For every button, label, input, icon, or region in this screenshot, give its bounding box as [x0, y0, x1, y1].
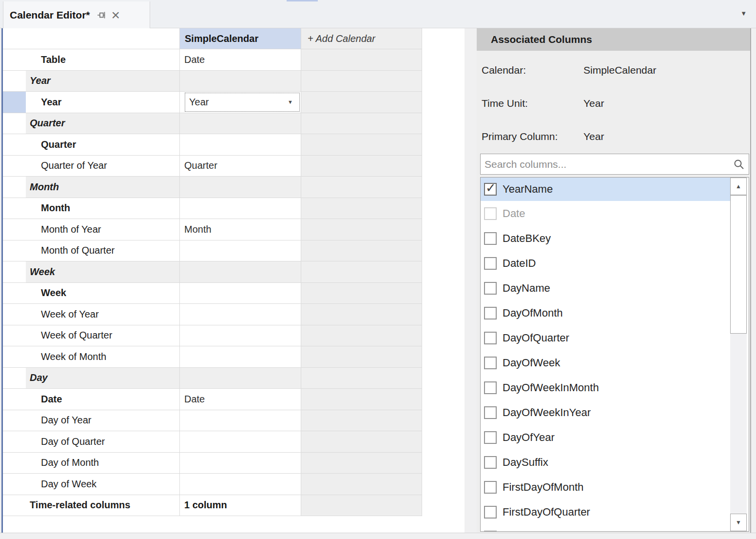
calendar-column-header[interactable]: SimpleCalendar [179, 28, 301, 49]
column-item-clipped[interactable]: FirstDayOfWeek [481, 524, 730, 532]
add-calendar-cell[interactable] [301, 346, 422, 368]
row-value-cell[interactable] [179, 474, 301, 495]
row-value-cell[interactable]: Date [179, 389, 301, 410]
row-value-cell[interactable] [179, 410, 301, 432]
column-item[interactable]: FirstDayOfQuarter [481, 499, 730, 524]
add-calendar-button[interactable]: + Add Calendar [301, 28, 422, 49]
row-header-cell [3, 113, 26, 135]
checkbox[interactable] [484, 531, 497, 532]
grid-row-week-of-quarter[interactable]: Week of Quarter [3, 325, 423, 347]
grid-row-week-of-month[interactable]: Week of Month [3, 346, 423, 368]
row-header-cell [3, 49, 26, 71]
row-value-cell[interactable] [179, 453, 301, 474]
add-calendar-cell[interactable] [301, 304, 422, 325]
grid-row-day-of-year[interactable]: Day of Year [3, 410, 423, 432]
grid-row-time-related-columns[interactable]: Time-related columns 1 column [3, 495, 423, 517]
add-calendar-cell[interactable] [301, 283, 422, 304]
row-value-cell[interactable] [179, 325, 301, 347]
grid-row-week[interactable]: Week [3, 283, 423, 304]
row-value-cell[interactable]: Quarter [179, 156, 301, 177]
column-item[interactable]: DayOfMonth [481, 300, 730, 325]
column-item[interactable]: DayOfWeekInYear [481, 400, 730, 425]
year-dropdown-value: Year [189, 97, 209, 108]
row-value-cell[interactable] [179, 283, 301, 304]
grid-group-year[interactable]: Year [3, 71, 423, 92]
checkbox[interactable] [484, 307, 497, 319]
dropdown-arrow-icon[interactable]: ▼ [288, 99, 293, 105]
add-calendar-cell[interactable] [301, 389, 422, 410]
grid-row-day-of-month[interactable]: Day of Month [3, 453, 423, 474]
columns-scrollbar[interactable]: ▲ ▼ [730, 178, 747, 531]
grid-group-quarter[interactable]: Quarter [3, 113, 423, 135]
row-value-cell[interactable] [179, 198, 301, 220]
add-calendar-cell[interactable] [301, 92, 422, 113]
add-calendar-cell[interactable] [301, 219, 422, 240]
add-calendar-cell[interactable] [301, 431, 422, 453]
checkbox[interactable] [484, 232, 497, 245]
add-calendar-cell[interactable] [301, 410, 422, 432]
grid-row-month[interactable]: Month [3, 198, 423, 220]
column-item[interactable]: DayOfYear [481, 425, 730, 450]
checkbox[interactable] [484, 257, 497, 270]
row-value-cell[interactable]: Date [179, 49, 301, 71]
add-calendar-cell[interactable] [301, 198, 422, 220]
row-value-cell[interactable] [179, 346, 301, 368]
grid-group-day[interactable]: Day [3, 368, 423, 389]
column-item[interactable]: DateID [481, 251, 730, 276]
checkbox[interactable] [484, 332, 497, 344]
scrollbar-thumb[interactable] [730, 195, 747, 334]
row-value-cell[interactable]: Month [179, 219, 301, 240]
checkmark-icon: ✓ [485, 180, 496, 196]
column-item[interactable]: DayOfWeekInMonth [481, 375, 730, 400]
grid-row-week-of-year[interactable]: Week of Year [3, 304, 423, 325]
checkbox-checked[interactable]: ✓ [484, 183, 497, 196]
checkbox[interactable] [484, 282, 497, 295]
column-item[interactable]: DayOfWeek [481, 350, 730, 375]
column-item[interactable]: ✓ YearName [481, 178, 730, 201]
grid-group-month[interactable]: Month [3, 177, 423, 198]
column-item[interactable]: DaySuffix [481, 450, 730, 475]
grid-row-date[interactable]: Date Date [3, 389, 423, 410]
grid-row-quarter[interactable]: Quarter [3, 134, 423, 156]
row-value-cell[interactable] [179, 134, 301, 156]
scrollbar-down-button[interactable]: ▼ [730, 514, 747, 531]
grid-row-month-of-year[interactable]: Month of Year Month [3, 219, 423, 240]
checkbox[interactable] [484, 381, 497, 394]
scrollbar-up-button[interactable]: ▲ [730, 178, 747, 195]
add-calendar-cell[interactable] [301, 49, 422, 71]
column-item[interactable]: FirstDayOfMonth [481, 475, 730, 499]
grid-row-month-of-quarter[interactable]: Month of Quarter [3, 240, 423, 262]
grid-row-table[interactable]: Table Date [3, 49, 423, 71]
add-calendar-cell[interactable] [301, 474, 422, 495]
grid-row-year[interactable]: Year Year ▼ [3, 92, 423, 113]
search-input[interactable] [481, 154, 727, 174]
associated-columns-panel: Associated Columns Calendar: SimpleCalen… [477, 28, 751, 533]
grid-group-week[interactable]: Week [3, 261, 423, 283]
add-calendar-cell[interactable] [301, 453, 422, 474]
checkbox[interactable] [484, 456, 497, 469]
checkbox[interactable] [484, 481, 497, 494]
add-calendar-cell[interactable] [301, 240, 422, 262]
add-calendar-cell[interactable] [301, 325, 422, 347]
tab-calendar-editor[interactable]: Calendar Editor* × [3, 1, 150, 28]
close-icon[interactable]: × [112, 9, 120, 21]
add-calendar-cell[interactable] [301, 156, 422, 177]
grid-row-quarter-of-year[interactable]: Quarter of Year Quarter [3, 156, 423, 177]
pin-icon[interactable] [97, 10, 107, 20]
checkbox[interactable] [484, 506, 497, 519]
checkbox[interactable] [484, 431, 497, 444]
row-value-cell[interactable] [179, 240, 301, 262]
year-dropdown[interactable]: Year ▼ [185, 93, 300, 112]
add-calendar-cell[interactable] [301, 134, 422, 156]
row-header-cell-selected[interactable] [3, 92, 26, 113]
grid-row-day-of-quarter[interactable]: Day of Quarter [3, 431, 423, 453]
checkbox[interactable] [484, 406, 497, 419]
column-item[interactable]: DayOfQuarter [481, 325, 730, 350]
row-value-cell[interactable] [179, 304, 301, 325]
tab-list-chevron-icon[interactable]: ▼ [740, 10, 747, 17]
column-item[interactable]: DayName [481, 276, 730, 300]
row-value-cell[interactable] [179, 431, 301, 453]
column-item[interactable]: DateBKey [481, 226, 730, 251]
grid-row-day-of-week[interactable]: Day of Week [3, 474, 423, 495]
checkbox[interactable] [484, 357, 497, 369]
